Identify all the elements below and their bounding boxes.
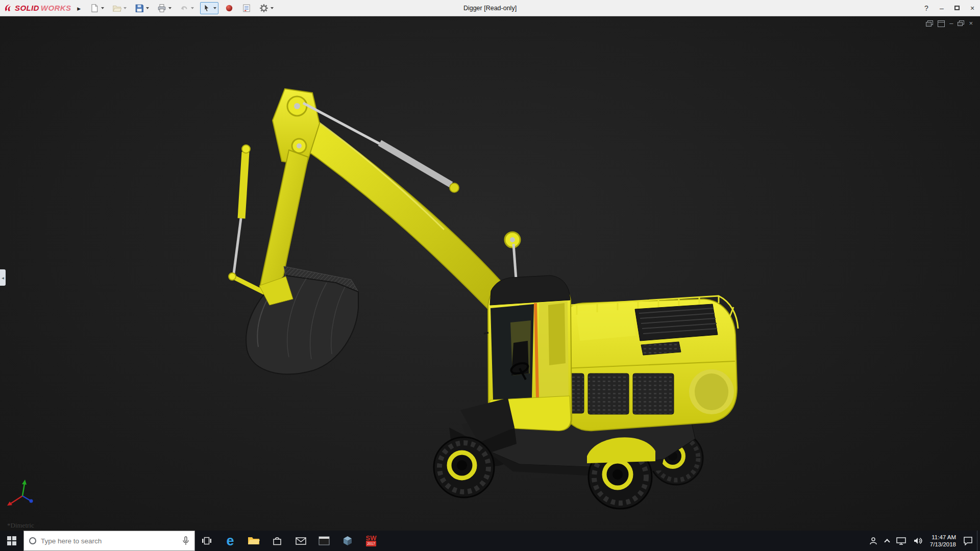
brand-swoosh-icon bbox=[4, 4, 13, 12]
titlebar: SOLIDWORKS ▶ bbox=[0, 0, 980, 16]
solidworks-app-button[interactable]: SW 2017 bbox=[359, 531, 383, 551]
edge-icon: e bbox=[226, 534, 234, 548]
tray-chevron-icon[interactable] bbox=[884, 539, 890, 544]
taskbar-empty-area bbox=[383, 531, 869, 551]
start-button[interactable] bbox=[0, 531, 23, 551]
options-dropdown[interactable] bbox=[271, 7, 274, 9]
microphone-icon[interactable] bbox=[182, 536, 189, 545]
select-cursor-icon bbox=[202, 4, 211, 13]
document-properties-button[interactable] bbox=[240, 2, 253, 14]
feature-panel-collapse-tab[interactable]: ◀ bbox=[0, 269, 6, 286]
maximize-icon bbox=[954, 6, 960, 10]
help-button[interactable]: ? bbox=[919, 0, 934, 16]
open-icon bbox=[112, 4, 121, 13]
cube-viewer-button[interactable] bbox=[336, 531, 359, 551]
doc-close-button[interactable]: × bbox=[969, 19, 973, 28]
new-document-button[interactable] bbox=[88, 2, 106, 14]
options-button[interactable] bbox=[257, 2, 276, 14]
open-dropdown[interactable] bbox=[124, 7, 127, 9]
search-input[interactable] bbox=[41, 537, 178, 545]
excavator-model[interactable] bbox=[0, 16, 980, 531]
task-view-icon bbox=[202, 536, 212, 546]
start-icon bbox=[7, 536, 16, 545]
solidworks-app-icon: SW 2017 bbox=[366, 535, 377, 546]
store-button[interactable] bbox=[265, 531, 289, 551]
volume-icon[interactable] bbox=[913, 537, 923, 545]
clock-time: 11:47 AM bbox=[932, 534, 956, 541]
app-window-button[interactable] bbox=[312, 531, 336, 551]
maximize-button[interactable] bbox=[949, 0, 965, 16]
document-properties-icon bbox=[242, 4, 251, 13]
graphics-viewport[interactable]: – × ◀ *Dimetric bbox=[0, 16, 980, 531]
print-button[interactable] bbox=[155, 2, 174, 14]
undo-button[interactable] bbox=[178, 2, 196, 14]
system-tray: 11:47 AM 7/13/2018 bbox=[869, 531, 977, 551]
wheel-front-left bbox=[434, 437, 494, 497]
mail-button[interactable] bbox=[289, 531, 312, 551]
edge-browser-button[interactable]: e bbox=[218, 531, 242, 551]
solidworks-app-letters: SW bbox=[366, 535, 377, 541]
solidworks-app-year: 2017 bbox=[366, 541, 376, 546]
mail-icon bbox=[296, 537, 306, 545]
cascade-window-icon[interactable] bbox=[938, 20, 945, 27]
doc-restore-button[interactable] bbox=[958, 20, 964, 27]
print-icon bbox=[157, 4, 166, 13]
select-tool-button[interactable] bbox=[200, 2, 218, 14]
taskbar: e SW 2017 bbox=[0, 531, 980, 551]
task-view-button[interactable] bbox=[195, 531, 218, 551]
brand-text-solid: SOLID bbox=[15, 4, 39, 12]
store-icon bbox=[272, 536, 282, 546]
clock-date: 7/13/2018 bbox=[930, 541, 956, 548]
select-tool-dropdown[interactable] bbox=[213, 7, 216, 9]
undo-dropdown[interactable] bbox=[191, 7, 194, 9]
view-orientation-label: *Dimetric bbox=[7, 521, 34, 530]
print-dropdown[interactable] bbox=[168, 7, 172, 9]
coordinate-triad-icon bbox=[4, 478, 40, 513]
document-window-controls: – × bbox=[926, 19, 973, 28]
show-desktop-button[interactable] bbox=[977, 531, 980, 551]
new-window-icon[interactable] bbox=[926, 20, 933, 27]
file-explorer-icon bbox=[248, 536, 260, 546]
save-dropdown[interactable] bbox=[146, 7, 149, 9]
close-button[interactable]: × bbox=[965, 0, 980, 16]
engine-housing bbox=[554, 296, 738, 431]
save-icon bbox=[135, 4, 144, 13]
document-title: Digger [Read-only] bbox=[463, 0, 517, 16]
options-gear-icon bbox=[259, 4, 268, 13]
open-button[interactable] bbox=[110, 2, 129, 14]
taskbar-search[interactable] bbox=[23, 531, 195, 551]
cube-viewer-icon bbox=[342, 536, 353, 546]
network-icon[interactable] bbox=[896, 537, 906, 545]
new-document-icon bbox=[90, 4, 99, 13]
minimize-button[interactable]: – bbox=[934, 0, 949, 16]
undo-icon bbox=[180, 4, 189, 13]
people-icon[interactable] bbox=[869, 536, 878, 545]
doc-minimize-button[interactable]: – bbox=[949, 19, 953, 28]
macro-sphere-button[interactable] bbox=[223, 2, 236, 14]
cortana-circle-icon bbox=[29, 537, 36, 544]
app-window-icon bbox=[318, 536, 330, 545]
macro-sphere-icon bbox=[225, 4, 234, 13]
action-center-icon[interactable] bbox=[963, 536, 973, 545]
brand-text-works: WORKS bbox=[41, 4, 71, 12]
menu-flyout-arrow[interactable]: ▶ bbox=[73, 5, 86, 11]
panel-collapse-icon: ◀ bbox=[2, 276, 4, 280]
solidworks-logo: SOLIDWORKS bbox=[0, 4, 73, 12]
file-explorer-button[interactable] bbox=[242, 531, 265, 551]
save-button[interactable] bbox=[133, 2, 151, 14]
tray-clock[interactable]: 11:47 AM 7/13/2018 bbox=[930, 534, 956, 548]
new-document-dropdown[interactable] bbox=[101, 7, 104, 9]
